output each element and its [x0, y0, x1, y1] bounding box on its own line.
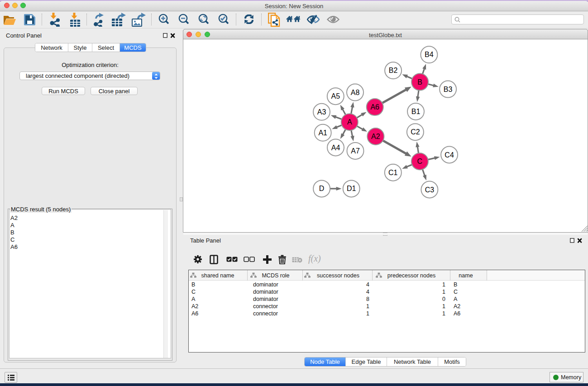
- svg-text:B4: B4: [425, 51, 434, 58]
- svg-text:D: D: [319, 185, 325, 192]
- svg-text:A3: A3: [317, 108, 326, 116]
- svg-text:A4: A4: [331, 144, 340, 152]
- svg-text:C3: C3: [425, 186, 435, 194]
- svg-text:D1: D1: [347, 185, 356, 192]
- svg-text:C: C: [417, 157, 423, 165]
- svg-text:C2: C2: [411, 128, 420, 136]
- svg-text:A2: A2: [371, 133, 380, 140]
- svg-text:B2: B2: [389, 67, 398, 74]
- svg-text:B3: B3: [444, 86, 453, 93]
- svg-text:A8: A8: [351, 89, 360, 96]
- svg-text:A5: A5: [331, 92, 340, 100]
- svg-text:A: A: [347, 118, 352, 126]
- svg-text:A7: A7: [351, 147, 360, 155]
- svg-text:C4: C4: [445, 151, 454, 159]
- svg-text:A1: A1: [318, 129, 327, 137]
- svg-text:B1: B1: [411, 108, 421, 115]
- svg-text:A6: A6: [370, 103, 379, 111]
- svg-text:B: B: [417, 78, 422, 86]
- svg-text:C1: C1: [388, 169, 398, 176]
